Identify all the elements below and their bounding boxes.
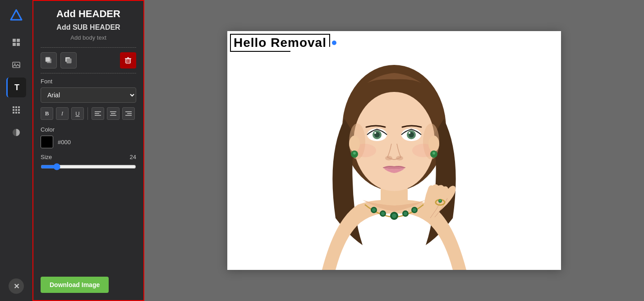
sidebar-item-pattern[interactable] <box>6 100 26 120</box>
text-icon: T <box>14 83 19 92</box>
sidebar-item-layout[interactable] <box>6 32 26 52</box>
svg-point-43 <box>374 132 376 134</box>
download-area: Download Image <box>33 271 143 300</box>
svg-point-65 <box>404 212 407 215</box>
svg-rect-7 <box>13 106 14 108</box>
panel-subheader[interactable]: Add SUB HEADER <box>41 23 136 32</box>
svg-point-37 <box>354 92 435 191</box>
svg-rect-19 <box>67 59 71 63</box>
align-left-button[interactable] <box>92 107 104 120</box>
canvas-area: Hello Removal <box>144 0 644 301</box>
close-button[interactable]: ✕ <box>9 278 24 294</box>
size-label: Size <box>41 154 52 160</box>
size-row: Size 24 <box>41 154 136 160</box>
svg-rect-1 <box>13 39 16 42</box>
color-row: #000 <box>41 136 136 148</box>
panel-content: Add HEADER Add SUB HEADER Add body text <box>33 1 143 271</box>
divider-2 <box>41 73 136 73</box>
color-label: Color <box>41 126 136 133</box>
download-button[interactable]: Download Image <box>41 277 109 293</box>
svg-rect-11 <box>15 109 17 111</box>
svg-rect-13 <box>13 112 14 114</box>
svg-point-47 <box>409 132 410 134</box>
svg-rect-15 <box>18 112 20 114</box>
svg-rect-5 <box>13 62 20 68</box>
divider-1 <box>41 47 136 48</box>
svg-point-49 <box>396 156 403 160</box>
font-select[interactable]: Arial Times New Roman Helvetica Georgia … <box>41 87 136 103</box>
svg-point-63 <box>392 214 396 218</box>
color-swatch[interactable] <box>41 136 53 148</box>
svg-marker-0 <box>11 10 22 20</box>
icon-bar-bottom: ✕ <box>9 278 24 301</box>
align-center-button[interactable] <box>107 107 120 120</box>
size-value: 24 <box>130 154 136 160</box>
svg-point-61 <box>381 212 385 215</box>
panel-body-text[interactable]: Add body text <box>41 34 136 41</box>
italic-button[interactable]: I <box>56 107 69 120</box>
svg-point-70 <box>439 200 441 201</box>
svg-rect-4 <box>17 43 20 46</box>
svg-point-67 <box>413 208 416 212</box>
send-backward-button[interactable] <box>60 52 77 68</box>
bold-button[interactable]: B <box>41 107 53 120</box>
close-icon: ✕ <box>14 282 19 291</box>
svg-rect-2 <box>17 39 20 42</box>
sidebar-item-image[interactable] <box>6 55 26 75</box>
svg-point-53 <box>428 136 439 152</box>
svg-rect-3 <box>13 43 16 46</box>
sidebar-item-text[interactable]: T <box>6 78 26 97</box>
layer-controls <box>41 52 136 68</box>
svg-rect-12 <box>18 109 20 111</box>
bring-forward-button[interactable] <box>41 52 57 68</box>
text-format-btns: B I U <box>41 107 136 120</box>
format-separator <box>87 107 88 120</box>
text-handle[interactable] <box>332 41 336 45</box>
delete-button[interactable] <box>120 52 136 68</box>
font-label: Font <box>41 78 136 85</box>
size-slider[interactable] <box>41 163 136 170</box>
svg-rect-20 <box>126 59 130 63</box>
woman-portrait <box>290 47 498 270</box>
svg-point-59 <box>372 208 376 212</box>
svg-point-56 <box>353 152 356 155</box>
svg-point-57 <box>432 152 435 155</box>
sidebar-item-adjust[interactable] <box>6 123 26 142</box>
canvas[interactable]: Hello Removal <box>227 31 561 270</box>
underline-button[interactable]: U <box>71 107 84 120</box>
svg-rect-17 <box>46 57 50 62</box>
svg-rect-9 <box>18 106 20 108</box>
svg-rect-14 <box>15 112 17 114</box>
panel-header[interactable]: Add HEADER <box>41 8 136 20</box>
svg-point-52 <box>349 136 360 152</box>
side-panel: Add HEADER Add SUB HEADER Add body text <box>32 0 144 301</box>
app-logo <box>6 5 26 25</box>
svg-point-48 <box>385 156 392 160</box>
svg-rect-10 <box>13 109 14 111</box>
icon-bar: T ✕ <box>0 0 32 301</box>
svg-rect-8 <box>15 106 17 108</box>
color-value: #000 <box>58 139 71 146</box>
align-right-button[interactable] <box>122 107 135 120</box>
